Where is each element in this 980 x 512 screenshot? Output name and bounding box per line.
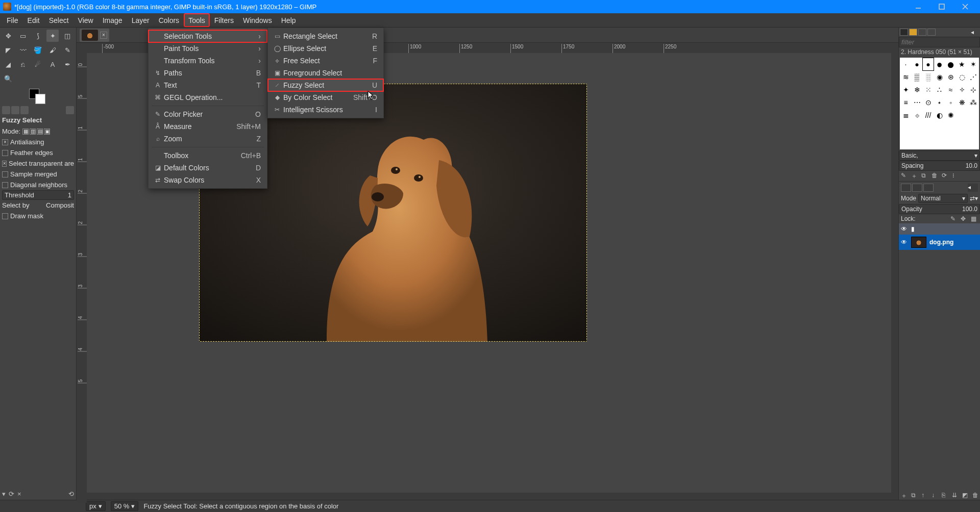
dup-layer-icon[interactable]: ⎘ — [942, 492, 949, 499]
selection-submenu-free-select[interactable]: ⟡Free SelectF — [268, 55, 383, 67]
menu-file[interactable]: File — [2, 13, 23, 27]
diagonal-checkbox[interactable] — [2, 182, 8, 188]
refresh-brush-icon[interactable]: ⟳ — [942, 172, 949, 179]
tools-menu-swap-colors[interactable]: ⇄Swap ColorsX — [149, 174, 267, 186]
device-status-tab-icon[interactable] — [11, 106, 19, 114]
delete-layer-icon[interactable]: 🗑 — [972, 492, 979, 499]
menu-image[interactable]: Image — [98, 13, 127, 27]
mode-add-icon[interactable]: ▥ — [30, 129, 36, 135]
pencil-tool-icon[interactable]: ✎ — [61, 44, 74, 56]
minimize-button[interactable] — [906, 0, 930, 13]
tools-menu[interactable]: Selection Tools›Paint Tools›Transform To… — [148, 28, 267, 189]
visibility-icon[interactable]: 👁 — [901, 239, 908, 246]
draw-mask-checkbox[interactable] — [2, 213, 8, 219]
layers-dock-tabs[interactable]: ◂ — [899, 183, 980, 193]
mode-menu-icon[interactable]: ▾ — [975, 195, 978, 202]
brush-spacing-field[interactable]: Spacing 10.0 — [899, 161, 980, 171]
mask-layer-icon[interactable]: ◩ — [962, 492, 969, 499]
lower-layer-icon[interactable]: ↓ — [932, 492, 939, 499]
save-preset-icon[interactable]: ▾ — [2, 490, 6, 498]
selection-submenu-by-color-select[interactable]: ◆By Color SelectShift+O — [268, 91, 383, 104]
tools-menu-selection-tools[interactable]: Selection Tools› — [149, 30, 267, 42]
eraser-tool-icon[interactable]: ◢ — [2, 58, 14, 70]
vertical-scrollbar[interactable] — [891, 53, 898, 493]
paths-tab-icon[interactable] — [923, 184, 934, 192]
mode-intersect-icon[interactable]: ▣ — [44, 129, 50, 135]
layer-row[interactable]: 👁 dog.png — [899, 235, 980, 250]
restore-preset-icon[interactable]: ⟳ — [9, 490, 14, 498]
selection-tools-submenu[interactable]: ▭Rectangle SelectR◯Ellipse SelectE⟡Free … — [267, 28, 384, 118]
ruler-vertical[interactable]: 05112233445 — [77, 53, 87, 493]
tools-menu-zoom[interactable]: ⌕ZoomZ — [149, 133, 267, 145]
new-brush-icon[interactable]: ＋ — [911, 172, 918, 179]
free-select-tool-icon[interactable]: ⟆ — [32, 30, 44, 42]
document-tab[interactable]: × — [80, 29, 109, 42]
raise-layer-icon[interactable]: ↑ — [921, 492, 928, 499]
gradients-tab-icon[interactable] — [918, 29, 926, 36]
link-icon[interactable]: ▮ — [911, 225, 915, 233]
tools-menu-gegl-operation-[interactable]: ⌘GEGL Operation... — [149, 91, 267, 104]
floating-selection-row[interactable]: 👁 ▮ — [899, 223, 980, 235]
open-brush-icon[interactable]: ⫶ — [952, 172, 959, 179]
mode-select[interactable]: Normal▾ — [918, 194, 968, 203]
dock-menu-icon[interactable]: ◂ — [971, 29, 979, 36]
dup-brush-icon[interactable]: ⧉ — [921, 172, 928, 179]
tools-menu-toolbox[interactable]: ToolboxCtrl+B — [149, 149, 267, 162]
delete-preset-icon[interactable]: × — [17, 490, 21, 498]
left-dock-tabs[interactable] — [0, 105, 76, 115]
merge-layer-icon[interactable]: ⇊ — [952, 492, 959, 499]
crop-tool-icon[interactable]: ◫ — [61, 30, 74, 42]
fonts-tab-icon[interactable] — [927, 29, 936, 36]
zoom-tool-icon[interactable]: 🔍 — [2, 72, 14, 85]
tools-menu-paths[interactable]: ↯PathsB — [149, 67, 267, 79]
new-layer-icon[interactable]: ＋ — [901, 492, 908, 499]
tab-menu-icon[interactable] — [66, 106, 74, 114]
select-by-value[interactable]: Composit — [46, 201, 74, 209]
switch-icon[interactable]: ⇄ — [970, 195, 975, 202]
menu-windows[interactable]: Windows — [238, 13, 277, 27]
selection-submenu-foreground-select[interactable]: ▣Foreground Select — [268, 67, 383, 79]
tools-menu-measure[interactable]: ÅMeasureShift+M — [149, 120, 267, 133]
opacity-field[interactable]: Opacity 100.0 — [899, 204, 980, 214]
sample-merged-checkbox[interactable] — [2, 171, 8, 177]
clone-tool-icon[interactable]: ⎌ — [17, 58, 29, 70]
menu-layer[interactable]: Layer — [127, 13, 154, 27]
layer-name[interactable]: dog.png — [929, 239, 953, 246]
visibility-icon[interactable]: 👁 — [901, 225, 908, 233]
menu-colors[interactable]: Colors — [154, 13, 184, 27]
menu-edit[interactable]: Edit — [23, 13, 44, 27]
feather-checkbox[interactable] — [2, 150, 8, 156]
threshold-field[interactable]: Threshold 1 — [2, 190, 74, 200]
menu-select[interactable]: Select — [44, 13, 74, 27]
tools-menu-text[interactable]: ATextT — [149, 79, 267, 91]
reset-presets-icon[interactable]: ⟲ — [68, 490, 74, 498]
maximize-button[interactable] — [930, 0, 953, 13]
brush-grid[interactable]: ·●●●● ★✶≋▒░◉⊛ ◌⋰✦❄⁙∴≈ ✧⊹≡⋯⊙⋆◦ ❋⁂≣⟐///◐✺ — [900, 58, 979, 149]
background-swatch[interactable] — [35, 94, 45, 104]
menu-filters[interactable]: Filters — [210, 13, 238, 27]
horizontal-scrollbar[interactable] — [87, 493, 891, 500]
menu-tools[interactable]: Tools — [184, 13, 210, 27]
smudge-tool-icon[interactable]: ☄ — [32, 58, 44, 70]
channels-tab-icon[interactable] — [912, 184, 922, 192]
bucket-tool-icon[interactable]: 🪣 — [32, 44, 44, 56]
tools-menu-paint-tools[interactable]: Paint Tools› — [149, 42, 267, 55]
tools-menu-transform-tools[interactable]: Transform Tools› — [149, 55, 267, 67]
dock-menu-icon[interactable]: ◂ — [968, 184, 978, 192]
brushes-tab-icon[interactable] — [900, 29, 908, 36]
tools-menu-color-picker[interactable]: ✎Color PickerO — [149, 108, 267, 120]
lock-position-icon[interactable]: ✥ — [961, 215, 968, 222]
selection-submenu-ellipse-select[interactable]: ◯Ellipse SelectE — [268, 42, 383, 55]
color-swatches[interactable] — [28, 89, 48, 104]
tool-options-tab-icon[interactable] — [2, 106, 10, 114]
fuzzy-select-tool-icon[interactable]: ✦ — [46, 30, 59, 42]
text-tool-icon[interactable]: A — [46, 58, 59, 70]
transform-tool-icon[interactable]: ◤ — [2, 44, 14, 56]
menu-view[interactable]: View — [74, 13, 98, 27]
brush-preset-select[interactable]: Basic,▾ — [899, 150, 980, 161]
mode-subtract-icon[interactable]: ▤ — [37, 129, 43, 135]
selection-submenu-rectangle-select[interactable]: ▭Rectangle SelectR — [268, 30, 383, 42]
lock-alpha-icon[interactable]: ▦ — [971, 215, 978, 222]
selection-submenu-fuzzy-select[interactable]: ⟋Fuzzy SelectU — [268, 79, 383, 91]
document-close-icon[interactable]: × — [100, 32, 107, 39]
